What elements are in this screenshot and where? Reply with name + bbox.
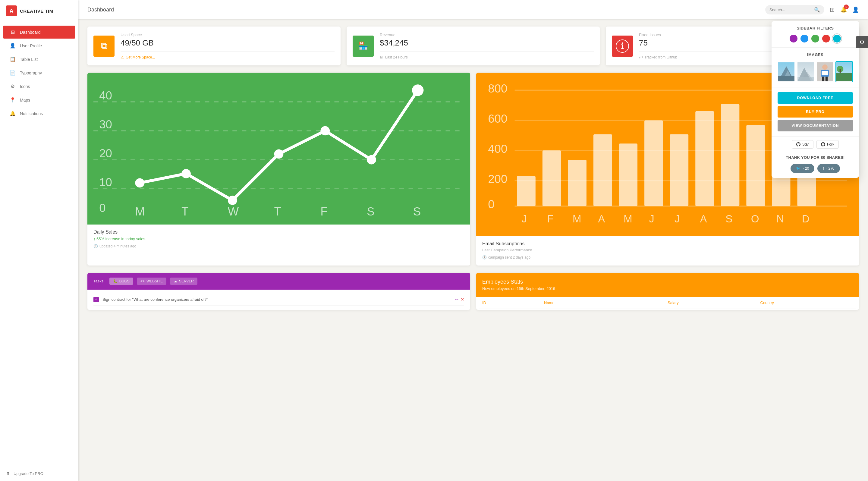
svg-point-12 [274, 149, 284, 159]
daily-sales-title: Daily Sales [93, 229, 464, 235]
task-checkbox[interactable] [93, 297, 99, 302]
sidebar-item-label: Table List [20, 57, 38, 62]
svg-text:800: 800 [488, 82, 507, 95]
sidebar-item-dashboard[interactable]: ⊞ Dashboard [3, 26, 75, 39]
col-id: ID [482, 300, 544, 305]
github-fork-button[interactable]: Fork [816, 140, 839, 149]
filter-panel: SIDEBAR FILTERS IMAGES [772, 21, 859, 178]
twitter-button[interactable]: 🐦 · 20 [790, 164, 814, 173]
gear-icon: ⚙ [860, 39, 864, 45]
svg-text:30: 30 [99, 118, 112, 131]
color-cyan[interactable] [833, 35, 841, 42]
bugs-icon: 🐛 [113, 279, 118, 283]
svg-point-13 [320, 126, 330, 136]
task-tab-website[interactable]: <> WEBSITE [137, 278, 166, 285]
email-subscriptions-title: Email Subscriptions [482, 241, 853, 247]
color-red[interactable] [822, 35, 830, 42]
fp-image-2[interactable] [797, 61, 814, 82]
task-text: Sign contract for "What are conference o… [102, 297, 208, 302]
sidebar-item-user-profile[interactable]: 👤 User Profile [3, 39, 75, 52]
sidebar-header: A CREATIVE TIM [0, 0, 79, 22]
sidebar-item-label: Icons [20, 84, 30, 89]
search-icon[interactable]: 🔍 [814, 7, 820, 13]
fixed-issues-footer-text: Tracked from Github [644, 55, 677, 59]
view-docs-button[interactable]: VIEW DOCUMENTATION [778, 120, 853, 131]
task-edit-button[interactable]: ✏ [455, 297, 458, 302]
employees-table: ID Name Salary Country [476, 297, 859, 309]
email-subscriptions-subtitle: Last Campaign Performance [482, 248, 853, 252]
facebook-icon: f [823, 166, 824, 170]
svg-rect-74 [840, 69, 841, 73]
facebook-button[interactable]: f · 270 [817, 164, 840, 173]
svg-point-14 [367, 155, 376, 165]
color-purple[interactable] [789, 35, 798, 42]
fp-image-1[interactable] [778, 61, 795, 82]
fp-image-3[interactable] [816, 61, 834, 82]
color-blue[interactable] [801, 35, 808, 42]
sidebar-item-typography[interactable]: 📄 Typography [3, 66, 75, 79]
col-country: Country [761, 300, 853, 305]
svg-text:N: N [776, 213, 784, 225]
svg-text:M: M [135, 205, 145, 218]
upgrade-icon: ⬆ [6, 471, 10, 477]
svg-text:O: O [751, 213, 759, 225]
sidebar-item-maps[interactable]: 📍 Maps [3, 93, 75, 106]
maps-icon: 📍 [9, 97, 16, 103]
email-subscriptions-update: 🕐 campaign sent 2 days ago [482, 255, 853, 259]
bell-icon: 🔔 [9, 110, 16, 116]
svg-text:A: A [700, 213, 707, 225]
svg-rect-64 [798, 77, 814, 82]
svg-rect-35 [568, 160, 587, 206]
task-tab-server[interactable]: ☁ SERVER [170, 278, 197, 285]
download-free-button[interactable]: DOWNLOAD FREE [778, 92, 853, 104]
svg-text:200: 200 [488, 172, 507, 185]
user-avatar[interactable]: 👤 [852, 6, 859, 13]
sidebar-item-icons[interactable]: ⚙ Icons [3, 80, 75, 93]
used-space-label: Used Space [121, 33, 335, 37]
task-tab-bugs[interactable]: 🐛 BUGS [110, 278, 133, 285]
svg-rect-40 [695, 111, 714, 206]
svg-text:20: 20 [99, 147, 112, 160]
upgrade-footer[interactable]: ⬆ Upgrade To PRO [0, 466, 79, 481]
notification-icon[interactable]: 🔔 5 [840, 6, 847, 13]
svg-rect-72 [836, 73, 852, 82]
search-input[interactable] [770, 7, 812, 12]
svg-text:T: T [181, 205, 188, 218]
sidebar-item-label: Maps [20, 98, 30, 102]
calendar-icon: 🗓 [380, 55, 383, 59]
stat-info-used-space: Used Space 49/50 GB ⚠ Get More Space... [121, 33, 335, 59]
svg-text:F: F [547, 213, 553, 225]
github-star-button[interactable]: Star [792, 140, 813, 149]
svg-text:A: A [598, 213, 605, 225]
gear-button[interactable]: ⚙ [856, 36, 868, 48]
task-tab-website-label: WEBSITE [147, 279, 163, 283]
svg-text:J: J [649, 213, 654, 225]
svg-rect-39 [670, 134, 689, 206]
svg-point-66 [822, 64, 828, 70]
svg-rect-33 [517, 176, 535, 206]
svg-point-10 [181, 169, 191, 179]
task-delete-button[interactable]: ✕ [461, 297, 464, 302]
col-salary: Salary [668, 300, 761, 305]
sidebar-item-label: Dashboard [20, 30, 41, 35]
cloud-icon: ☁ [174, 279, 177, 283]
fp-buttons-section: DOWNLOAD FREE BUY PRO VIEW DOCUMENTATION [772, 87, 859, 136]
nature-img [836, 62, 852, 82]
sidebar: A CREATIVE TIM ⊞ Dashboard 👤 User Profil… [0, 0, 79, 481]
svg-point-11 [228, 196, 237, 205]
svg-text:T: T [274, 205, 281, 218]
task-actions: ✏ ✕ [455, 297, 464, 302]
sidebar-item-table-list[interactable]: 📋 Table List [3, 53, 75, 66]
fp-github-section: Star Fork [772, 136, 859, 152]
search-wrapper[interactable]: 🔍 [765, 5, 824, 14]
table-header-row: ID Name Salary Country [479, 297, 856, 309]
svg-point-15 [412, 85, 424, 96]
buy-pro-button[interactable]: BUY PRO [778, 106, 853, 118]
svg-text:10: 10 [99, 176, 112, 189]
daily-sales-body: Daily Sales ↑ 55% increase in today sale… [87, 225, 470, 254]
grid-icon[interactable]: ⊞ [830, 6, 835, 13]
color-green[interactable] [811, 35, 819, 42]
fp-image-4[interactable] [835, 61, 853, 82]
sidebar-item-notifications[interactable]: 🔔 Notifications [3, 107, 75, 120]
revenue-footer-text: Last 24 Hours [385, 55, 408, 59]
